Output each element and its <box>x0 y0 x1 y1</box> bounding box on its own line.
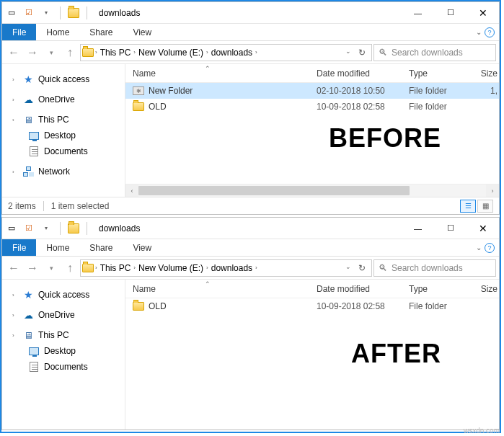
qat-dropdown-icon[interactable]: ▾ <box>40 222 53 235</box>
column-name[interactable]: Name⌃ <box>125 68 317 79</box>
column-size[interactable]: Sizе <box>477 284 499 294</box>
close-button[interactable]: ✕ <box>467 218 499 239</box>
properties-icon[interactable]: ▭ <box>5 6 18 19</box>
column-name[interactable]: Name⌃ <box>125 284 317 294</box>
up-button[interactable]: ↑ <box>61 44 79 61</box>
search-input[interactable]: 🔍︎Search downloads <box>373 44 496 61</box>
refresh-icon[interactable]: ↻ <box>355 48 368 58</box>
qat: ▭☑▾downloads <box>2 218 140 239</box>
nav-documents[interactable]: Documents <box>2 143 125 159</box>
address-bar-row: ←→▾↑›This PC›New Volume (E:)›downloads›⌄… <box>2 257 499 280</box>
ribbon-tab-view[interactable]: View <box>123 24 162 40</box>
nav-onedrive[interactable]: ›☁OneDrive <box>2 92 125 107</box>
breadcrumb[interactable]: New Volume (E:) <box>137 48 205 58</box>
nav-quick-access[interactable]: ›★Quick access <box>2 71 125 87</box>
chevron-right-icon[interactable]: › <box>132 264 137 271</box>
file-row[interactable]: OLD10-09-2018 02:58File folder <box>125 99 499 115</box>
column-type[interactable]: Type <box>409 68 477 79</box>
chevron-right-icon[interactable]: › <box>12 117 18 123</box>
chevron-right-icon[interactable]: › <box>12 292 18 298</box>
icons-view-button[interactable]: ▦ <box>477 200 493 213</box>
horizontal-scrollbar[interactable]: ‹› <box>125 184 499 197</box>
chevron-right-icon[interactable]: › <box>254 264 259 271</box>
chevron-right-icon[interactable]: › <box>132 49 137 55</box>
column-headers: Name⌃Date modifiedTypeSizе <box>125 280 499 298</box>
breadcrumb[interactable]: downloads <box>210 263 254 273</box>
nav-network[interactable]: ›Network <box>2 164 125 179</box>
back-button[interactable]: ← <box>5 259 22 277</box>
close-button[interactable]: ✕ <box>467 2 499 23</box>
navigation-pane: ›★Quick access›☁OneDrive›🖥This PCDesktop… <box>2 280 125 430</box>
window-controls: —☐✕ <box>402 218 499 239</box>
column-type[interactable]: Type <box>409 284 477 294</box>
file-row[interactable]: New Folder02-10-2018 10:50File folder1, <box>125 83 499 99</box>
address-bar[interactable]: ›This PC›New Volume (E:)›downloads›⌄↻ <box>80 259 372 277</box>
address-bar[interactable]: ›This PC›New Volume (E:)›downloads›⌄↻ <box>80 44 372 61</box>
breadcrumb[interactable]: This PC <box>99 263 133 273</box>
breadcrumb[interactable]: downloads <box>210 48 254 58</box>
minimize-button[interactable]: — <box>402 2 434 23</box>
qat-dropdown-icon[interactable]: ▾ <box>40 6 53 19</box>
chevron-right-icon[interactable]: › <box>12 169 18 175</box>
scroll-left-icon[interactable]: ‹ <box>125 184 138 197</box>
breadcrumb[interactable]: New Volume (E:) <box>137 263 205 273</box>
chevron-right-icon[interactable]: › <box>94 264 99 271</box>
chevron-right-icon[interactable]: › <box>12 76 18 83</box>
ribbon-tab-share[interactable]: Share <box>79 24 123 40</box>
chevron-right-icon[interactable]: › <box>205 264 210 271</box>
cell-date: 10-09-2018 02:58 <box>317 301 409 311</box>
refresh-icon[interactable]: ↻ <box>355 263 368 273</box>
help-icon[interactable]: ? <box>485 27 495 37</box>
check-icon[interactable]: ☑ <box>22 222 35 235</box>
nav-label: Quick access <box>38 290 89 300</box>
properties-icon[interactable]: ▭ <box>5 222 18 235</box>
documents-icon <box>28 361 40 373</box>
separator <box>43 201 44 211</box>
nav-desktop[interactable]: Desktop <box>2 343 125 359</box>
maximize-button[interactable]: ☐ <box>434 2 467 23</box>
forward-button[interactable]: → <box>24 259 41 277</box>
details-view-button[interactable]: ☰ <box>460 200 476 213</box>
chevron-right-icon[interactable]: › <box>12 312 18 319</box>
chevron-right-icon[interactable]: › <box>254 49 259 55</box>
chevron-right-icon[interactable]: › <box>12 97 18 103</box>
chevron-right-icon[interactable]: › <box>94 49 99 55</box>
collapse-ribbon-icon[interactable]: ⌄ <box>476 28 482 36</box>
dropdown-icon[interactable]: ⌄ <box>342 48 354 58</box>
minimize-button[interactable]: — <box>402 218 434 239</box>
dropdown-icon[interactable]: ⌄ <box>342 263 354 273</box>
file-row[interactable]: OLD10-09-2018 02:58File folder <box>125 298 499 314</box>
maximize-button[interactable]: ☐ <box>434 218 467 239</box>
nav-desktop[interactable]: Desktop <box>2 128 125 143</box>
back-button[interactable]: ← <box>5 44 22 61</box>
search-input[interactable]: 🔍︎Search downloads <box>373 259 496 277</box>
ribbon-tab-home[interactable]: Home <box>36 239 79 256</box>
ribbon-tab-home[interactable]: Home <box>36 24 79 40</box>
breadcrumb[interactable]: This PC <box>99 48 133 58</box>
help-icon[interactable]: ? <box>485 243 495 253</box>
scroll-track[interactable] <box>138 184 486 197</box>
file-name: OLD <box>149 301 167 311</box>
collapse-ribbon-icon[interactable]: ⌄ <box>476 244 482 252</box>
ribbon-tab-view[interactable]: View <box>123 239 162 256</box>
ribbon-file-tab[interactable]: File <box>2 239 36 256</box>
recent-locations-icon[interactable]: ▾ <box>43 259 60 277</box>
nav-onedrive[interactable]: ›☁OneDrive <box>2 307 125 323</box>
forward-button[interactable]: → <box>24 44 41 61</box>
chevron-right-icon[interactable]: › <box>12 332 18 339</box>
recent-locations-icon[interactable]: ▾ <box>43 44 60 61</box>
check-icon[interactable]: ☑ <box>22 6 35 19</box>
chevron-right-icon[interactable]: › <box>205 49 210 55</box>
scroll-right-icon[interactable]: › <box>486 184 499 197</box>
ribbon-file-tab[interactable]: File <box>2 24 36 40</box>
ribbon-tab-share[interactable]: Share <box>79 239 123 256</box>
nav-this-pc[interactable]: ›🖥This PC <box>2 327 125 343</box>
nav-this-pc[interactable]: ›🖥This PC <box>2 112 125 128</box>
nav-documents[interactable]: Documents <box>2 359 125 375</box>
nav-quick-access[interactable]: ›★Quick access <box>2 287 125 303</box>
scroll-thumb[interactable] <box>138 186 410 195</box>
column-date[interactable]: Date modified <box>317 284 409 294</box>
up-button[interactable]: ↑ <box>61 259 79 277</box>
column-date[interactable]: Date modified <box>317 68 409 79</box>
column-size[interactable]: Sizе <box>477 68 499 79</box>
